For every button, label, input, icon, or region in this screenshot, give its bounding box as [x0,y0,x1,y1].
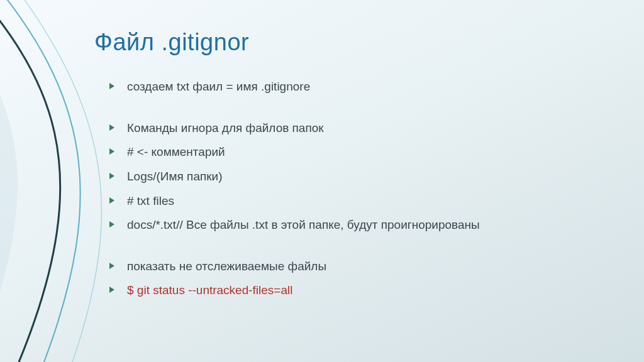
bullet-item: # <- комментарий [109,144,610,160]
bullet-gap [109,241,610,250]
slide-content: Файл .gitignor создаем txt фаил = имя .g… [94,29,610,307]
bullet-gap [109,103,610,112]
bullet-item: # txt files [109,193,610,209]
bullet-item: показать не отслеживаемые файлы [109,258,610,275]
bullet-item: $ git status --untracked-files=all [109,282,610,299]
bullet-item: создаем txt фаил = имя .gitignore [109,79,610,95]
bullet-item: Команды игнора для файлов папок [109,120,610,136]
slide-title: Файл .gitignor [94,29,610,56]
bullet-item: docs/*.txt// Все файлы .txt в этой папке… [109,217,610,233]
bullet-list: создаем txt фаил = имя .gitignoreКоманды… [94,79,610,299]
bullet-item: Logs/(Имя папки) [109,168,610,185]
